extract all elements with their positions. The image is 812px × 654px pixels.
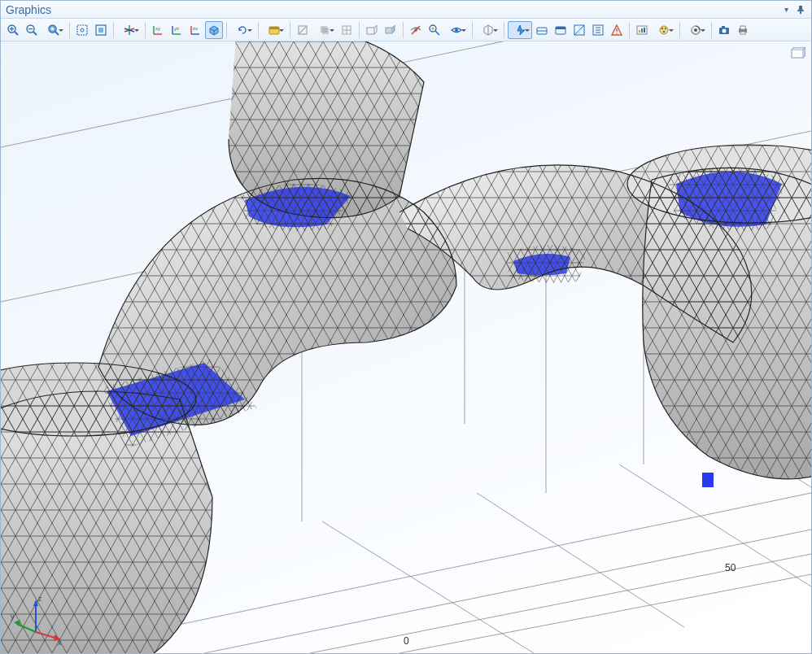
image-snapshot-button[interactable]: [262, 21, 286, 39]
selection-list-button[interactable]: [363, 21, 381, 39]
svg-rect-9: [50, 27, 55, 31]
mesh-geometry: [1, 41, 811, 653]
view-yz-button[interactable]: yz: [168, 21, 186, 39]
svg-point-11: [81, 28, 84, 32]
view-cube-widget[interactable]: [790, 46, 806, 59]
svg-point-44: [432, 27, 434, 29]
zoom-in-button[interactable]: [4, 21, 22, 39]
svg-rect-30: [269, 27, 279, 29]
legend-toggle-button[interactable]: [589, 21, 607, 39]
zoom-extents-button[interactable]: [73, 21, 91, 39]
svg-point-68: [694, 28, 697, 32]
graphics-panel-title: Graphics: [6, 3, 777, 16]
grid-2-button[interactable]: [552, 21, 570, 39]
svg-text:yz: yz: [174, 26, 179, 31]
svg-rect-34: [322, 28, 329, 34]
title-toggle-button[interactable]: [608, 21, 626, 39]
zoom-box-button[interactable]: [41, 21, 66, 39]
zoom-selected-button[interactable]: [92, 21, 110, 39]
orbit-center-button[interactable]: [117, 21, 142, 39]
zoom-out-button[interactable]: [23, 21, 41, 39]
preferences-button[interactable]: [652, 21, 676, 39]
svg-rect-74: [740, 32, 745, 34]
graphics-viewport[interactable]: 0 50 z x y: [1, 41, 811, 653]
svg-rect-13: [98, 28, 103, 33]
svg-rect-71: [722, 26, 725, 28]
svg-line-32: [299, 26, 307, 34]
svg-rect-10: [77, 25, 87, 35]
svg-rect-61: [639, 30, 640, 33]
grid-1-button[interactable]: [533, 21, 551, 39]
svg-rect-102: [792, 50, 803, 58]
camera-button[interactable]: [683, 21, 708, 39]
axis-toggle-button[interactable]: [570, 21, 588, 39]
svg-text:zx: zx: [193, 26, 198, 31]
view-xy-button[interactable]: xy: [149, 21, 167, 39]
svg-point-59: [616, 33, 618, 34]
svg-point-67: [663, 30, 665, 32]
mesh-render-button[interactable]: [444, 21, 469, 39]
print-button[interactable]: [734, 21, 752, 39]
graphics-panel-header: Graphics ▾: [1, 1, 811, 19]
svg-rect-62: [641, 28, 643, 33]
svg-rect-73: [740, 26, 745, 29]
graphics-toolbar: xy yz zx: [1, 19, 811, 41]
svg-point-7: [49, 25, 56, 33]
panel-dropdown-icon[interactable]: ▾: [780, 4, 792, 15]
scene-light-button[interactable]: [508, 21, 532, 39]
svg-text:xy: xy: [155, 26, 160, 31]
transparency-button[interactable]: [312, 21, 337, 39]
default-view-button[interactable]: [205, 21, 223, 39]
svg-rect-38: [367, 28, 374, 34]
svg-line-1: [15, 32, 18, 35]
svg-line-43: [435, 31, 439, 35]
svg-point-70: [723, 28, 727, 33]
svg-rect-63: [644, 28, 645, 33]
svg-point-65: [661, 27, 663, 28]
show-hide-button[interactable]: [407, 21, 425, 39]
wireframe-button[interactable]: [338, 21, 356, 39]
svg-line-8: [55, 32, 59, 35]
material-appearance-button[interactable]: [426, 21, 443, 39]
svg-point-66: [665, 27, 666, 28]
svg-line-5: [33, 32, 37, 35]
svg-rect-91: [702, 473, 714, 487]
panel-pin-icon[interactable]: [795, 4, 806, 15]
svg-point-45: [455, 28, 458, 32]
svg-point-64: [660, 26, 668, 34]
clipping-button[interactable]: [294, 21, 312, 39]
plot-group-button[interactable]: [476, 21, 500, 39]
rotate-button[interactable]: [230, 21, 255, 39]
svg-rect-39: [386, 28, 392, 33]
view-zx-button[interactable]: zx: [186, 21, 204, 39]
visualize-button[interactable]: [633, 21, 651, 39]
selection-filter-button[interactable]: [382, 21, 399, 39]
svg-rect-50: [556, 27, 565, 29]
screenshot-button[interactable]: [715, 21, 733, 39]
